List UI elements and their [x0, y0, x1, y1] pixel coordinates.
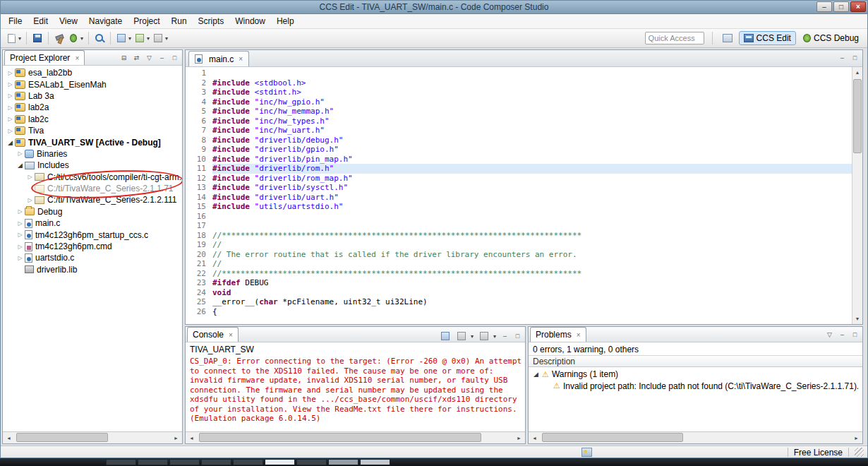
maximize-view-icon[interactable]: □: [850, 329, 860, 340]
collapsed-arrow-icon[interactable]: ▷: [16, 244, 25, 250]
tree-item-debug[interactable]: ▷Debug: [3, 206, 182, 217]
target-config-dropdown-icon[interactable]: ▾: [128, 35, 131, 42]
display-console-dropdown-icon[interactable]: ▾: [471, 333, 474, 340]
new-file-dropdown-icon[interactable]: ▾: [18, 35, 21, 42]
tab-project-explorer[interactable]: Project Explorer ×: [4, 50, 85, 65]
collapse-all-icon[interactable]: ⊟: [119, 52, 129, 63]
taskbar-window-preview[interactable]: [233, 459, 263, 465]
tree-item-binaries[interactable]: ▷Binaries: [3, 148, 182, 160]
tree-item-esalab1-eisenmah[interactable]: ▷ESALab1_EisenMah: [3, 78, 182, 90]
run-dropdown-icon[interactable]: ▾: [147, 35, 150, 42]
expanded-arrow-icon[interactable]: ◢: [6, 139, 15, 146]
save-button[interactable]: [30, 31, 44, 45]
tab-problems[interactable]: Problems ×: [530, 327, 586, 342]
scroll-down-icon[interactable]: ▼: [852, 313, 862, 324]
menu-navigate[interactable]: Navigate: [83, 14, 128, 28]
tree-item-includes[interactable]: ◢Includes: [3, 160, 182, 171]
collapsed-arrow-icon[interactable]: ▷: [6, 116, 15, 122]
minimize-button[interactable]: –: [816, 1, 832, 12]
collapsed-arrow-icon[interactable]: ▷: [25, 174, 35, 180]
scroll-up-icon[interactable]: ▲: [852, 67, 862, 78]
menu-window[interactable]: Window: [229, 14, 271, 28]
search-button[interactable]: [92, 31, 107, 45]
new-file-button[interactable]: [4, 31, 18, 45]
minimize-view-icon[interactable]: –: [157, 52, 167, 63]
run-button[interactable]: [133, 31, 147, 45]
tree-item-lab2a[interactable]: ▷lab2a: [3, 102, 182, 113]
menu-scripts[interactable]: Scripts: [193, 14, 230, 28]
open-perspective-button[interactable]: [721, 31, 735, 45]
external-tools-button[interactable]: [151, 31, 165, 45]
taskbar-window-preview[interactable]: [106, 459, 136, 465]
view-menu-icon[interactable]: ▽: [824, 329, 835, 340]
minimize-view-icon[interactable]: –: [500, 331, 510, 342]
tree-item-c-ti-tivaware-c-series-2-1-2-111[interactable]: ▷C:/ti/TivaWare_C_Series-2.1.2.111: [3, 194, 182, 205]
minimize-view-icon[interactable]: –: [837, 329, 848, 340]
expanded-arrow-icon[interactable]: ◢: [531, 371, 541, 378]
collapsed-arrow-icon[interactable]: ▷: [6, 128, 15, 134]
tree-item-c-ti-tivaware-c-series-2-1-1-71[interactable]: C:/ti/TivaWare_C_Series-2.1.1.71: [3, 183, 182, 194]
expanded-arrow-icon[interactable]: ◢: [16, 162, 25, 169]
status-trim-icon[interactable]: [581, 448, 592, 457]
quick-access-input[interactable]: [645, 32, 704, 44]
close-icon[interactable]: ×: [229, 331, 233, 339]
debug-button[interactable]: [66, 31, 80, 45]
scroll-right-icon[interactable]: ►: [513, 432, 525, 443]
perspective-ccs-edit[interactable]: CCS Edit: [739, 31, 796, 45]
code-area[interactable]: 12#include <stdbool.h>3#include <stdint.…: [186, 67, 852, 324]
collapsed-arrow-icon[interactable]: ▷: [6, 81, 15, 88]
scroll-left-icon[interactable]: ◄: [186, 432, 198, 443]
menu-project[interactable]: Project: [128, 14, 165, 28]
tab-main-c[interactable]: main.c ×: [188, 51, 249, 66]
editor-vertical-scrollbar[interactable]: ▲ ▼: [852, 67, 862, 324]
taskbar-window-preview[interactable]: [201, 459, 231, 465]
title-bar[interactable]: CCS Edit - TIVA_UART_SW/main.c - Code Co…: [0, 0, 868, 14]
collapsed-arrow-icon[interactable]: ▷: [16, 150, 25, 157]
tree-item-driverlib-lib[interactable]: driverlib.lib: [3, 264, 182, 275]
collapsed-arrow-icon[interactable]: ▷: [6, 70, 15, 76]
maximize-view-icon[interactable]: □: [850, 52, 860, 63]
close-icon[interactable]: ×: [75, 54, 79, 62]
scroll-thumb[interactable]: [853, 79, 862, 153]
collapsed-arrow-icon[interactable]: ▷: [6, 92, 15, 99]
view-menu-icon[interactable]: ▽: [144, 52, 155, 63]
collapsed-arrow-icon[interactable]: ▷: [25, 197, 35, 203]
collapsed-arrow-icon[interactable]: ▷: [16, 220, 25, 227]
tree-item-tiva-uart-sw-active-debug[interactable]: ◢TIVA_UART_SW [Active - Debug]: [3, 136, 182, 148]
tree-item-main-c[interactable]: ▷main.c: [3, 217, 182, 229]
menu-help[interactable]: Help: [271, 14, 300, 28]
close-icon[interactable]: ×: [239, 55, 243, 63]
perspective-ccs-debug[interactable]: CCS Debug: [798, 31, 864, 45]
resize-grip[interactable]: [855, 448, 864, 457]
description-column-header[interactable]: Description: [529, 355, 862, 367]
explorer-horizontal-scrollbar[interactable]: ◄ ►: [3, 431, 182, 443]
scroll-thumb[interactable]: [199, 433, 481, 442]
close-button[interactable]: ×: [850, 1, 866, 12]
close-icon[interactable]: ×: [577, 331, 581, 339]
taskbar-window-preview[interactable]: [169, 459, 200, 465]
maximize-button[interactable]: □: [833, 1, 849, 12]
taskbar-window-preview[interactable]: [265, 459, 295, 465]
scroll-left-icon[interactable]: ◄: [529, 432, 541, 443]
clear-console-button[interactable]: [438, 329, 452, 343]
problem-row-invalid-project-path-include-path-not-foun[interactable]: ⚠Invalid project path: Include path not …: [529, 381, 862, 393]
taskbar-window-preview[interactable]: [360, 459, 390, 465]
link-with-editor-icon[interactable]: ⇄: [131, 52, 142, 63]
minimize-view-icon[interactable]: –: [837, 52, 848, 63]
menu-edit[interactable]: Edit: [28, 14, 54, 28]
problem-row-warnings-1-item[interactable]: ◢⚠Warnings (1 item): [529, 369, 862, 381]
tree-item-c-ti-ccsv6-tools-compiler-ti-cgt-arm[interactable]: ▷C:/ti/ccsv6/tools/compiler/ti-cgt-arm..…: [3, 172, 182, 183]
tree-item-lab2c[interactable]: ▷lab2c: [3, 114, 182, 125]
menu-file[interactable]: File: [3, 14, 28, 28]
debug-dropdown-icon[interactable]: ▾: [80, 35, 83, 42]
taskbar-window-preview[interactable]: [328, 459, 358, 465]
collapsed-arrow-icon[interactable]: ▷: [16, 208, 25, 215]
taskbar-window-preview[interactable]: [138, 459, 168, 465]
scroll-track[interactable]: [15, 432, 170, 443]
scroll-thumb[interactable]: [16, 433, 108, 442]
scroll-right-icon[interactable]: ►: [850, 432, 862, 443]
scroll-track[interactable]: [198, 432, 513, 443]
scroll-left-icon[interactable]: ◄: [3, 432, 15, 443]
tree-item-tm4c123gh6pm-startup-ccs-c[interactable]: ▷tm4c123gh6pm_startup_ccs.c: [3, 229, 182, 240]
scroll-track[interactable]: [541, 432, 850, 443]
